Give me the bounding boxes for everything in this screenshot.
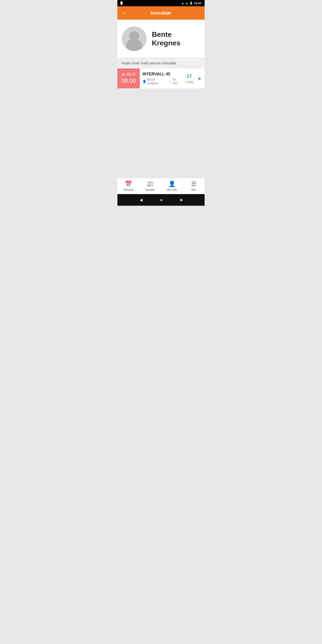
calendar-icon: 📅 (125, 180, 132, 188)
class-list: tor 08.02 09:00 INTERVALL 45 👤 Bente Kre… (118, 68, 204, 88)
class-availability: 27 Ledig (183, 68, 195, 88)
bottom-nav: 📅 Timeplan 📰 Nyheter 👤 Min side ☰ Mer (118, 178, 204, 194)
class-date-block: tor 08.02 09:00 (118, 68, 140, 88)
avatar-body (126, 38, 142, 51)
header: ‹ Instruktør (118, 6, 204, 20)
android-back-button[interactable]: ◀ (140, 198, 143, 202)
nav-label-mer: Mer (192, 188, 196, 192)
nav-item-mer[interactable]: ☰ Mer (183, 180, 205, 192)
back-icon: ‹ (123, 10, 124, 16)
status-bar: ▉ ▲ ▲ 🔋 10:07 (118, 0, 204, 6)
chevron-right-icon: ► (198, 76, 202, 82)
avatar (122, 26, 146, 51)
page-title: Instruktør (150, 10, 171, 16)
news-icon: 📰 (146, 180, 154, 188)
content-area: Bente Kregnes Andre timer med samme inst… (118, 20, 204, 194)
class-duration: 45 min (173, 78, 180, 85)
section-header-label: Andre timer med samme instruktør (118, 58, 204, 68)
android-recent-button[interactable]: ■ (180, 198, 182, 202)
class-item[interactable]: tor 08.02 09:00 INTERVALL 45 👤 Bente Kre… (118, 68, 204, 88)
menu-icon: ☰ (191, 180, 196, 188)
instructor-name: Bente Kregnes (152, 30, 200, 48)
available-count: 27 (186, 73, 192, 79)
android-home-button[interactable]: ● (160, 198, 162, 202)
nav-label-min-side: Min side (167, 188, 177, 192)
nav-label-nyheter: Nyheter (145, 188, 155, 192)
duration-meta: ⏱ 45 min (168, 78, 180, 85)
nav-item-nyheter[interactable]: 📰 Nyheter (139, 180, 161, 192)
sim-card-icon: ▉ (120, 2, 122, 5)
nav-item-min-side[interactable]: 👤 Min side (161, 180, 183, 192)
class-meta: 👤 Bente Kregnes ⏱ 45 min (142, 78, 180, 85)
avatar-head (129, 31, 139, 41)
android-nav: ◀ ● ■ (118, 194, 204, 206)
person-icon: 👤 (142, 80, 146, 83)
empty-space (118, 88, 204, 178)
profile-icon: 👤 (168, 180, 176, 188)
instructor-meta: 👤 Bente Kregnes (142, 78, 165, 85)
battery-icon: 🔋 (190, 2, 193, 5)
clock: 10:07 (194, 2, 202, 5)
status-bar-right: ▲ ▲ 🔋 10:07 (181, 2, 202, 5)
class-name: INTERVALL 45 (142, 72, 180, 76)
class-instructor: Bente Kregnes (147, 78, 165, 85)
wifi-icon: ▲ (181, 2, 184, 5)
status-bar-left: ▉ (120, 2, 122, 5)
profile-section: Bente Kregnes (118, 20, 204, 58)
class-time: 09:00 (121, 77, 136, 84)
class-info: INTERVALL 45 👤 Bente Kregnes ⏱ 45 min (140, 68, 183, 88)
clock-icon: ⏱ (168, 80, 172, 83)
signal-icon: ▲ (185, 2, 188, 5)
nav-item-timeplan[interactable]: 📅 Timeplan (118, 180, 139, 192)
available-label: Ledig (185, 80, 193, 84)
class-day-label: tor 08.02 (122, 72, 136, 76)
nav-label-timeplan: Timeplan (123, 188, 134, 192)
class-arrow[interactable]: ► (195, 68, 204, 88)
back-button[interactable]: ‹ (121, 8, 126, 18)
